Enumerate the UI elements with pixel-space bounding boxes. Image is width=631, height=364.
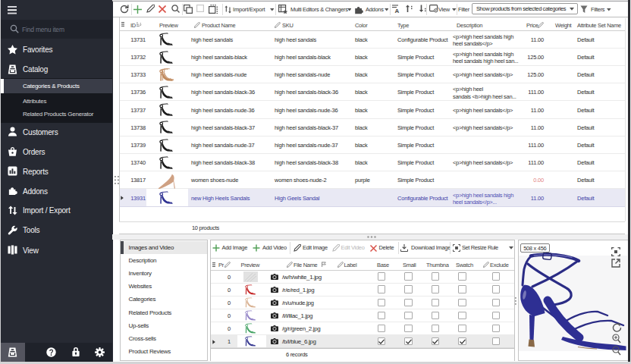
svg-text:A: A (395, 8, 400, 13)
